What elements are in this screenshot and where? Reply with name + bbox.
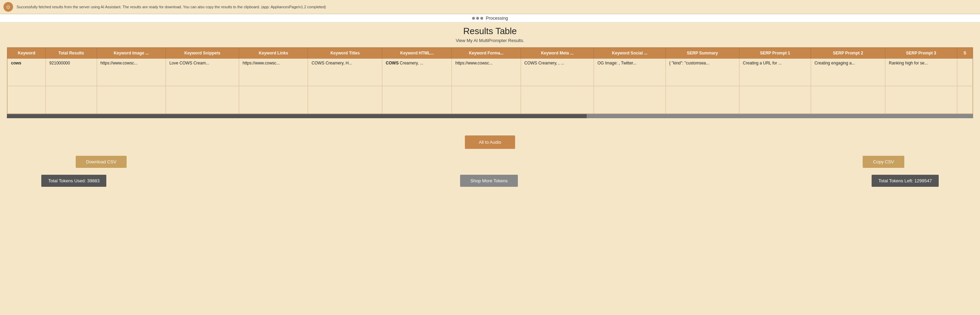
processing-bar: Processing — [0, 14, 980, 22]
buttons-section: All to Audio Download CSV Copy CSV Total… — [0, 128, 980, 197]
td-keyword-format: https://www.cowsc... — [452, 59, 520, 86]
main-content: Results Table View My AI MultiPrompter R… — [0, 22, 980, 128]
page-title: Results Table — [7, 26, 973, 37]
horizontal-scrollbar[interactable] — [7, 114, 973, 118]
td-serp-prompt3: Ranking high for se... — [885, 59, 957, 86]
td-keyword-html: COWS Creamery, ... — [382, 59, 452, 86]
td-keyword-image: https://www.cowsc... — [97, 59, 165, 86]
dot-2 — [476, 17, 479, 20]
td-keyword-social: OG Image: , Twitter... — [594, 59, 665, 86]
results-table-wrapper: Keyword Total Results Keyword Image ... … — [7, 47, 973, 114]
th-keyword-social: Keyword Social ... — [594, 48, 665, 59]
td-total-results: 921000000 — [46, 59, 97, 86]
th-keyword-titles: Keyword Titles — [308, 48, 382, 59]
td-keyword-snippets: Love COWS Cream... — [166, 59, 239, 86]
table-row-empty1 — [8, 86, 973, 114]
shop-tokens-button[interactable]: Shop More Tokens — [460, 175, 518, 187]
td-keyword-links: https://www.cowsc... — [239, 59, 308, 86]
page-subtitle: View My AI MultiPrompter Results. — [7, 38, 973, 43]
dot-1 — [472, 17, 475, 20]
top-banner: ⊙ Successfully fetched results from the … — [0, 0, 980, 14]
table-row: cows 921000000 https://www.cowsc... Love… — [8, 59, 973, 86]
td-keyword-meta: COWS Creamery, , ... — [520, 59, 594, 86]
download-csv-button[interactable]: Download CSV — [76, 156, 127, 168]
th-serp-summary: SERP Summary — [665, 48, 739, 59]
td-serp-prompt1: Creating a URL for ... — [739, 59, 811, 86]
td-keyword: cows — [8, 59, 46, 86]
processing-dots — [472, 17, 483, 20]
th-keyword-html: Keyword HTML... — [382, 48, 452, 59]
td-extra — [957, 59, 972, 86]
th-keyword-format: Keyword Forma... — [452, 48, 520, 59]
banner-text: Successfully fetched results from the se… — [16, 5, 977, 9]
td-keyword-titles: COWS Creamery, H... — [308, 59, 382, 86]
td-serp-summary: { "kind": "customsea... — [665, 59, 739, 86]
th-keyword-links: Keyword Links — [239, 48, 308, 59]
td-empty — [8, 86, 46, 114]
th-keyword: Keyword — [8, 48, 46, 59]
csv-buttons-row: Download CSV Copy CSV — [7, 156, 973, 168]
processing-label: Processing — [486, 16, 508, 21]
all-to-audio-button[interactable]: All to Audio — [465, 136, 515, 149]
th-serp-prompt1: SERP Prompt 1 — [739, 48, 811, 59]
table-header-row: Keyword Total Results Keyword Image ... … — [8, 48, 973, 59]
th-serp-prompt3: SERP Prompt 3 — [885, 48, 957, 59]
tokens-used-badge: Total Tokens Used: 39883 — [41, 175, 106, 187]
copy-csv-button[interactable]: Copy CSV — [863, 156, 904, 168]
results-table: Keyword Total Results Keyword Image ... … — [7, 48, 973, 114]
td-serp-prompt2: Creating engaging a... — [811, 59, 885, 86]
th-keyword-snippets: Keyword Snippets — [166, 48, 239, 59]
dot-3 — [480, 17, 483, 20]
brand-icon: ⊙ — [3, 2, 13, 12]
th-keyword-meta: Keyword Meta ... — [520, 48, 594, 59]
tokens-row: Total Tokens Used: 39883 Shop More Token… — [7, 175, 973, 187]
th-serp-prompt2: SERP Prompt 2 — [811, 48, 885, 59]
th-extra: S — [957, 48, 972, 59]
th-total-results: Total Results — [46, 48, 97, 59]
tokens-left-badge: Total Tokens Left: 1299547 — [872, 175, 939, 187]
scroll-thumb[interactable] — [7, 114, 587, 118]
th-keyword-image: Keyword Image ... — [97, 48, 165, 59]
